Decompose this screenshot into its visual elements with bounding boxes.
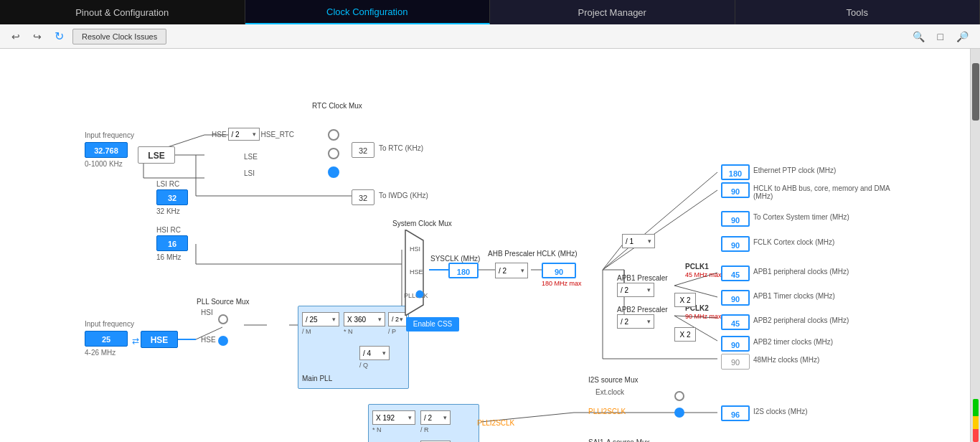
output-fclk-val: 90 <box>721 236 750 252</box>
resolve-clock-button[interactable]: Resolve Clock Issues <box>72 29 166 44</box>
output-apb1-timer-val: 90 <box>721 290 750 306</box>
sys-clk-mux-shape: HSI HSE PLLCLK <box>398 230 430 316</box>
output-apb2-timer-label: APB2 timer clocks (MHz) <box>753 338 833 346</box>
tab-tools[interactable]: Tools <box>735 0 981 24</box>
ahb-prescaler-label: AHB Prescaler <box>488 250 535 258</box>
input-freq-range-2: 4-26 MHz <box>85 349 116 357</box>
input-freq-value-2[interactable]: 25 <box>85 331 128 347</box>
i2s-mux-ext-radio[interactable] <box>674 391 684 401</box>
rtc-mux-lse-radio[interactable] <box>328 148 339 159</box>
hclk-val: 90 <box>542 263 576 278</box>
pll-source-mux-label: PLL Source Mux <box>197 298 250 306</box>
clock-diagram: Input frequency 32.768 0-1000 KHz LSE RT… <box>0 49 970 442</box>
output-apb1-periph-val: 45 <box>721 265 750 281</box>
pll-mux-hse: HSE <box>201 336 216 344</box>
plli2s-r-label: / R <box>420 426 429 433</box>
svg-line-20 <box>603 172 717 270</box>
tab-pinout[interactable]: Pinout & Configuration <box>0 0 245 24</box>
pclk2-max: 90 MHz max <box>685 313 722 320</box>
pll-n-select[interactable]: X 360 ▾ <box>344 312 385 326</box>
plli2sclk-label: PLLI2SCLK <box>588 408 626 415</box>
lsi-rc-label: LSI RC <box>156 180 179 188</box>
ahb-prescaler-select[interactable]: / 2 ▾ <box>495 263 528 278</box>
cortex-div-select[interactable]: / 1 ▾ <box>622 234 655 248</box>
pll-p-label: / P <box>388 328 396 335</box>
pll-mux-hsi-radio[interactable] <box>218 314 228 324</box>
output-hclk-ahb-val: 90 <box>721 182 750 198</box>
output-eth-ptp-val: 180 <box>721 164 750 180</box>
output-hclk-ahb-label: HCLK to AHB bus, core, memory and DMA (M… <box>753 184 897 200</box>
zoom-in-button[interactable]: 🔍 <box>908 28 929 45</box>
hclk-label: HCLK (MHz) <box>537 250 578 258</box>
apb1-prescaler-label: APB1 Prescaler <box>617 274 668 282</box>
output-apb1-timer-label: APB1 Timer clocks (MHz) <box>753 292 835 300</box>
plli2s-n-label: * N <box>372 426 382 433</box>
output-apb1-periph-label: APB1 peripheral clocks (MHz) <box>753 268 849 276</box>
output-48mhz-val: 90 <box>721 354 750 370</box>
output-cortex-timer-label: To Cortex System timer (MHz) <box>753 213 849 221</box>
redo-button[interactable]: ↪ <box>29 28 46 45</box>
to-iwdg-val: 32 <box>352 189 374 205</box>
hsi-rc-val[interactable]: 16 <box>156 235 188 251</box>
hclk-max: 180 MHz max <box>542 280 582 287</box>
main-pll-label: Main PLL <box>302 375 332 382</box>
refresh-button[interactable]: ↻ <box>50 27 68 46</box>
hse-rtc-div-area: HSE / 2 ▾ HSE_RTC <box>212 128 294 141</box>
lsi-rc-val[interactable]: 32 <box>156 189 188 205</box>
lsi-mux-label: LSI <box>244 169 255 177</box>
pll-mux-hse-radio[interactable] <box>218 336 228 346</box>
input-freq-label-1: Input frequency <box>85 131 134 139</box>
svg-text:HSI: HSI <box>410 245 420 253</box>
apb2-prescaler-label: APB2 Prescaler <box>617 306 668 314</box>
svg-text:HSE: HSE <box>410 268 423 276</box>
svg-point-43 <box>416 291 423 298</box>
plli2s-n-select[interactable]: X 192 ▾ <box>372 410 415 425</box>
zoom-fit-button[interactable]: □ <box>933 28 948 45</box>
input-freq-value-1[interactable]: 32.768 <box>85 142 128 158</box>
rtc-mux-hse-radio[interactable] <box>328 129 339 141</box>
hse-box: HSE <box>141 331 178 348</box>
zoom-out-button[interactable]: 🔎 <box>952 28 973 45</box>
i2s-mux-plli2s-radio[interactable] <box>674 408 684 418</box>
sai-source-mux-label: SAI1-A source Mux <box>588 438 650 442</box>
tab-project[interactable]: Project Manager <box>490 0 735 24</box>
input-freq-label-2: Input frequency <box>85 320 134 328</box>
apb2-prescaler-select[interactable]: / 2 ▾ <box>617 314 654 329</box>
x2-apb2: X 2 <box>674 327 696 342</box>
scrollbar[interactable] <box>970 49 980 442</box>
enable-css-button[interactable]: Enable CSS <box>406 317 459 332</box>
rtc-mux-lsi-radio[interactable] <box>328 166 339 178</box>
output-eth-ptp-label: Ethernet PTP clock (MHz) <box>753 166 836 174</box>
ext-clock-label: Ext.clock <box>595 388 624 396</box>
pclk1-label: PCLK1 <box>685 263 709 271</box>
to-iwdg-label: To IWDG (KHz) <box>379 192 428 199</box>
undo-button[interactable]: ↩ <box>7 28 24 45</box>
output-cortex-timer-val: 90 <box>721 211 750 227</box>
to-rtc-label: To RTC (KHz) <box>379 144 423 152</box>
top-navigation: Pinout & Configuration Clock Configurati… <box>0 0 980 24</box>
hse-arrow: ⇄ <box>132 336 139 346</box>
svg-line-21 <box>603 190 717 270</box>
sysclk-label: SYSCLK (MHz) <box>430 255 480 263</box>
pll-m-select[interactable]: / 25 ▾ <box>302 312 339 326</box>
pll-q-select[interactable]: / 4 ▾ <box>359 346 390 360</box>
apb1-prescaler-select[interactable]: / 2 ▾ <box>617 283 654 297</box>
hse-rtc-div-select[interactable]: / 2 ▾ <box>228 128 260 141</box>
hsi-mhz: 16 MHz <box>156 253 181 261</box>
tab-clock[interactable]: Clock Configuration <box>245 0 491 24</box>
scroll-thumb[interactable] <box>972 63 979 121</box>
plli2s-r-select[interactable]: / 2 ▾ <box>420 410 451 425</box>
i2s-source-mux-label: I2S source Mux <box>588 376 638 384</box>
to-rtc-val: 32 <box>352 142 374 158</box>
lsi-khz: 32 KHz <box>156 207 180 215</box>
pll-q-label: / Q <box>359 362 368 369</box>
hsi-rc-label: HSI RC <box>156 226 181 234</box>
pll-mux-hsi: HSI <box>201 309 213 316</box>
pclk1-max: 45 MHz max <box>685 271 722 278</box>
input-freq-range-1: 0-1000 KHz <box>85 160 123 168</box>
plli2sclk-out-label: PLLI2SCLK <box>477 419 514 427</box>
main-pll-block: / 25 ▾ / M X 360 ▾ * N / 2 ▾ / P / 4 ▾ /… <box>298 306 409 389</box>
lse-mux-label: LSE <box>244 153 258 161</box>
canvas-area: Input frequency 32.768 0-1000 KHz LSE RT… <box>0 49 980 442</box>
output-apb2-periph-val: 45 <box>721 314 750 330</box>
